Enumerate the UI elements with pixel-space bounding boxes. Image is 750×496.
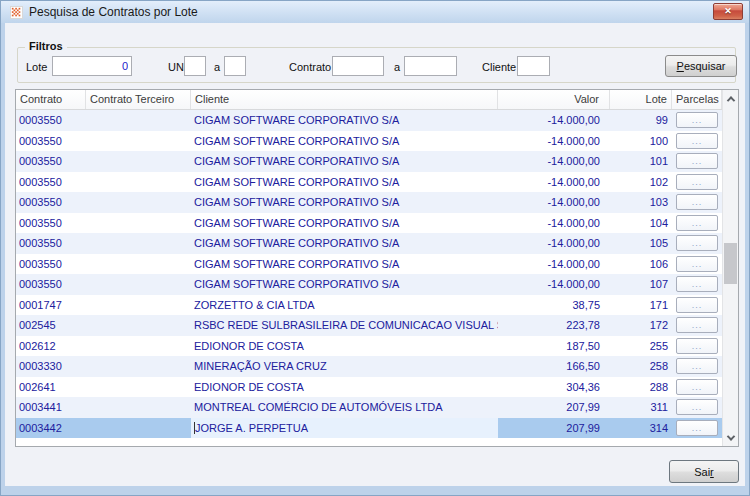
cell-lote: 104 — [610, 213, 672, 234]
table-row[interactable]: 0003441MONTREAL COMÉRCIO DE AUTOMÓVEIS L… — [16, 397, 722, 418]
cell-contrato_terceiro — [86, 192, 191, 213]
parcelas-button[interactable]: ... — [676, 153, 718, 169]
parcelas-button[interactable]: ... — [676, 338, 718, 354]
cell-lote: 101 — [610, 151, 672, 172]
table-row[interactable]: 0003550CIGAM SOFTWARE CORPORATIVO S/A-14… — [16, 233, 722, 254]
cell-cliente: MINERAÇÃO VERA CRUZ — [191, 356, 498, 377]
scrollbar-up-button[interactable] — [723, 90, 738, 107]
cell-contrato: 0003550 — [16, 213, 86, 234]
cell-contrato: 002612 — [16, 336, 86, 357]
cell-contrato: 0003550 — [16, 131, 86, 152]
cell-contrato_terceiro — [86, 254, 191, 275]
titlebar[interactable]: Pesquisa de Contratos por Lote ✕ — [1, 1, 749, 23]
table-row[interactable]: 0003550CIGAM SOFTWARE CORPORATIVO S/A-14… — [16, 213, 722, 234]
contrato-to-input[interactable] — [404, 56, 457, 76]
parcelas-button[interactable]: ... — [676, 420, 718, 436]
cell-contrato_terceiro — [86, 172, 191, 193]
cell-cliente: CIGAM SOFTWARE CORPORATIVO S/A — [191, 213, 498, 234]
parcelas-button[interactable]: ... — [676, 379, 718, 395]
cell-contrato_terceiro — [86, 274, 191, 295]
cell-valor: -14.000,00 — [498, 110, 610, 131]
table-row[interactable]: 0003550CIGAM SOFTWARE CORPORATIVO S/A-14… — [16, 274, 722, 295]
parcelas-button[interactable]: ... — [676, 317, 718, 333]
window-title: Pesquisa de Contratos por Lote — [29, 5, 198, 19]
cell-valor: 166,50 — [498, 356, 610, 377]
dialog-window: Pesquisa de Contratos por Lote ✕ Filtros… — [0, 0, 750, 496]
cell-parcelas: ... — [672, 254, 722, 275]
table-row[interactable]: 0003550CIGAM SOFTWARE CORPORATIVO S/A-14… — [16, 192, 722, 213]
table-row[interactable]: 002612EDIONOR DE COSTA187,50255... — [16, 336, 722, 357]
cell-parcelas: ... — [672, 315, 722, 336]
cell-parcelas: ... — [672, 151, 722, 172]
cell-cliente: EDIONOR DE COSTA — [191, 336, 498, 357]
cell-lote: 105 — [610, 233, 672, 254]
cell-contrato_terceiro — [86, 315, 191, 336]
cell-lote: 107 — [610, 274, 672, 295]
table-row[interactable]: 002545RSBC REDE SULBRASILEIRA DE COMUNIC… — [16, 315, 722, 336]
table-row[interactable]: 002641EDIONOR DE COSTA304,36288... — [16, 377, 722, 398]
parcelas-button[interactable]: ... — [676, 256, 718, 272]
scrollbar-thumb[interactable] — [724, 243, 737, 284]
parcelas-button[interactable]: ... — [676, 133, 718, 149]
cell-valor: 304,36 — [498, 377, 610, 398]
parcelas-button[interactable]: ... — [676, 399, 718, 415]
table-row[interactable]: 0003330MINERAÇÃO VERA CRUZ166,50258... — [16, 356, 722, 377]
cell-lote: 288 — [610, 377, 672, 398]
search-button[interactable]: Pesquisar — [665, 55, 737, 77]
cliente-input[interactable] — [517, 56, 550, 76]
table-row[interactable]: 0003550CIGAM SOFTWARE CORPORATIVO S/A-14… — [16, 254, 722, 275]
column-header-contrato[interactable]: Contrato — [16, 90, 86, 109]
parcelas-button[interactable]: ... — [676, 112, 718, 128]
cell-parcelas: ... — [672, 213, 722, 234]
parcelas-button[interactable]: ... — [676, 174, 718, 190]
contrato-from-input[interactable] — [332, 56, 384, 76]
cell-valor: -14.000,00 — [498, 172, 610, 193]
cell-cliente: RSBC REDE SULBRASILEIRA DE COMUNICACAO V… — [191, 315, 498, 336]
table-row[interactable]: 0003442JORGE A. PERPETUA207,99314... — [16, 418, 722, 439]
scrollbar-down-button[interactable] — [723, 429, 738, 446]
column-header-lote[interactable]: Lote — [610, 90, 672, 109]
cell-lote: 171 — [610, 295, 672, 316]
cliente-label: Cliente — [482, 61, 516, 73]
parcelas-button[interactable]: ... — [676, 194, 718, 210]
cell-valor: 207,99 — [498, 418, 610, 439]
table-row[interactable]: 0003550CIGAM SOFTWARE CORPORATIVO S/A-14… — [16, 110, 722, 131]
table-row[interactable]: 0003550CIGAM SOFTWARE CORPORATIVO S/A-14… — [16, 131, 722, 152]
table-row[interactable]: 0001747ZORZETTO & CIA LTDA38,75171... — [16, 295, 722, 316]
parcelas-button[interactable]: ... — [676, 235, 718, 251]
cell-valor: -14.000,00 — [498, 213, 610, 234]
cell-contrato: 0003441 — [16, 397, 86, 418]
cell-valor: -14.000,00 — [498, 131, 610, 152]
column-header-cliente[interactable]: Cliente — [191, 90, 498, 109]
column-header-valor[interactable]: Valor — [498, 90, 610, 109]
cell-parcelas: ... — [672, 274, 722, 295]
parcelas-button[interactable]: ... — [676, 276, 718, 292]
column-header-contrato_terceiro[interactable]: Contrato Terceiro — [86, 90, 191, 109]
cell-cliente: CIGAM SOFTWARE CORPORATIVO S/A — [191, 254, 498, 275]
cell-lote: 311 — [610, 397, 672, 418]
cell-valor: -14.000,00 — [498, 274, 610, 295]
cell-cliente: MONTREAL COMÉRCIO DE AUTOMÓVEIS LTDA — [191, 397, 498, 418]
cell-parcelas: ... — [672, 356, 722, 377]
cell-parcelas: ... — [672, 192, 722, 213]
dialog-client-area: Filtros Lote UN a Contrato a Cliente Pes… — [5, 23, 745, 486]
lote-input[interactable] — [52, 56, 132, 76]
parcelas-button[interactable]: ... — [676, 215, 718, 231]
un-range-separator: a — [214, 61, 220, 73]
table-row[interactable]: 0003550CIGAM SOFTWARE CORPORATIVO S/A-14… — [16, 172, 722, 193]
grid-body: 0003550CIGAM SOFTWARE CORPORATIVO S/A-14… — [16, 110, 722, 446]
chevron-up-icon — [726, 96, 734, 104]
cell-lote: 102 — [610, 172, 672, 193]
cell-lote: 255 — [610, 336, 672, 357]
exit-button[interactable]: Sair — [669, 460, 739, 483]
parcelas-button[interactable]: ... — [676, 297, 718, 313]
column-header-parcelas[interactable]: Parcelas — [672, 90, 722, 109]
cell-parcelas: ... — [672, 336, 722, 357]
cell-contrato_terceiro — [86, 131, 191, 152]
un-from-input[interactable] — [184, 56, 206, 76]
close-button[interactable]: ✕ — [713, 3, 743, 20]
table-row[interactable]: 0003550CIGAM SOFTWARE CORPORATIVO S/A-14… — [16, 151, 722, 172]
cell-valor: -14.000,00 — [498, 254, 610, 275]
parcelas-button[interactable]: ... — [676, 358, 718, 374]
un-to-input[interactable] — [224, 56, 246, 76]
